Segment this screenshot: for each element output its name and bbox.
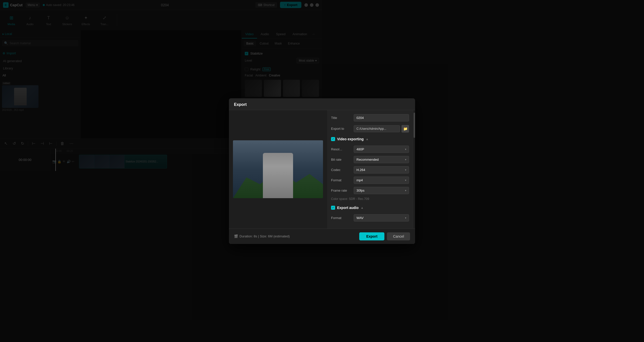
preview-frame — [233, 140, 322, 171]
modal-preview — [229, 110, 322, 171]
modal-body: Title Export to C:/Users/Admin/App... 📁 … — [229, 110, 322, 171]
preview-screenshot — [233, 140, 322, 171]
preview-person — [263, 153, 293, 171]
modal-title: Export — [229, 98, 322, 110]
export-modal: Export Title — [229, 98, 322, 171]
modal-overlay: Export Title — [0, 0, 322, 171]
